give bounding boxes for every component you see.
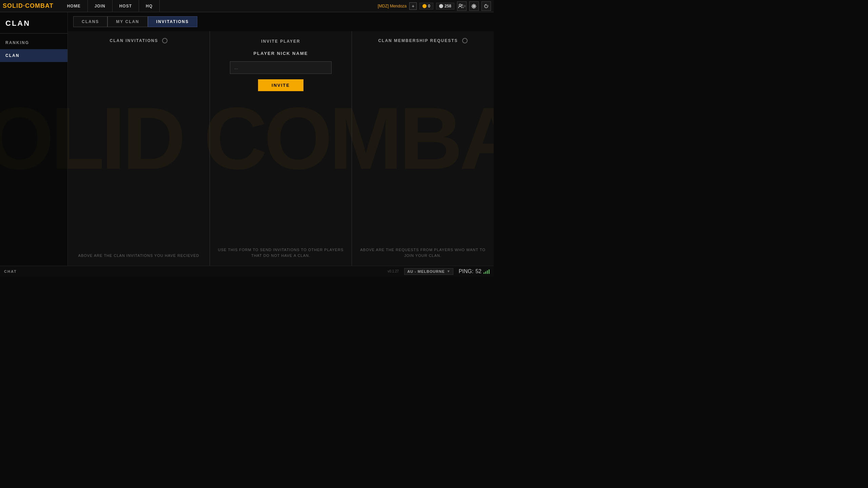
server-name: AU - MELBOURNE xyxy=(407,269,445,273)
tab-my-clan[interactable]: MY CLAN xyxy=(107,16,147,27)
tab-clans[interactable]: CLANS xyxy=(73,16,107,27)
tab-invitations[interactable]: INVITATIONS xyxy=(148,16,197,27)
chevron-down-icon: ▼ xyxy=(447,269,450,273)
player-nick-name-input[interactable] xyxy=(230,61,332,74)
clan-membership-description: ABOVE ARE THE REQUESTS FROM PLAYERS WHO … xyxy=(357,240,488,259)
silver-currency-box: 258 xyxy=(436,3,454,9)
clan-invitations-description: ABOVE ARE THE CLAN INVITATIONS YOU HAVE … xyxy=(78,246,199,259)
nav-host[interactable]: HOST xyxy=(113,0,139,12)
user-tag: [MDZ] xyxy=(378,4,389,8)
clan-invitations-spinner xyxy=(162,38,167,43)
server-select[interactable]: AU - MELBOURNE ▼ xyxy=(404,268,453,275)
ping-bars-icon xyxy=(484,269,490,274)
nav-right: [MDZ] Mendoza + 0 258 0 xyxy=(378,1,491,11)
gold-coin-icon xyxy=(422,4,427,8)
user-info: [MDZ] Mendoza xyxy=(378,4,407,8)
svg-point-1 xyxy=(461,4,463,6)
nav-items: HOME JOIN HOST HQ xyxy=(60,0,378,12)
ping-bar-2 xyxy=(485,271,486,274)
ping-bar-1 xyxy=(484,272,485,274)
statusbar-right: v0.1.27 AU - MELBOURNE ▼ PING: 52 xyxy=(388,268,490,275)
sidebar-title: CLAN xyxy=(0,19,67,34)
ping-display: PING: 52 xyxy=(459,268,490,274)
players-count: 0 xyxy=(464,4,466,8)
add-currency-button[interactable]: + xyxy=(409,2,417,10)
invite-button[interactable]: INVITE xyxy=(258,79,303,91)
ping-value: 52 xyxy=(475,268,481,274)
invite-columns: CLAN INVITATIONS ABOVE ARE THE CLAN INVI… xyxy=(68,31,494,266)
sidebar-item-clan[interactable]: CLAN xyxy=(0,49,67,62)
clan-membership-header: CLAN MEMBERSHIP REQUESTS xyxy=(378,38,458,43)
invite-player-header: INVITE PLAYER xyxy=(261,39,300,44)
ping-label: PING: xyxy=(459,268,474,274)
silver-amount: 258 xyxy=(445,4,451,8)
logo-second: COMBAT xyxy=(25,2,54,9)
invite-player-column: INVITE PLAYER PLAYER NICK NAME INVITE US… xyxy=(210,31,352,266)
logo-text: SOLID·COMBAT xyxy=(3,2,54,9)
logo-first: SOLID xyxy=(3,2,23,9)
content-area: CLANS MY CLAN INVITATIONS CLAN INVITATIO… xyxy=(68,12,494,266)
gold-currency-box: 0 xyxy=(419,3,433,9)
power-button[interactable] xyxy=(481,1,491,11)
topbar: SOLID·COMBAT HOME JOIN HOST HQ [MDZ] Men… xyxy=(0,0,494,12)
sidebar-item-ranking[interactable]: RANKING xyxy=(0,36,67,49)
main-content: CLAN RANKING CLAN CLANS MY CLAN INVITATI… xyxy=(0,12,494,266)
gold-amount: 0 xyxy=(428,4,430,8)
statusbar: CHAT v0.1.27 AU - MELBOURNE ▼ PING: 52 xyxy=(0,266,494,277)
player-nick-name-label: PLAYER NICK NAME xyxy=(254,51,308,56)
clan-membership-spinner xyxy=(462,38,468,43)
chat-button[interactable]: CHAT xyxy=(4,269,17,273)
players-button[interactable]: 0 xyxy=(457,1,467,11)
clan-membership-column: CLAN MEMBERSHIP REQUESTS ABOVE ARE THE R… xyxy=(352,31,494,266)
logo: SOLID·COMBAT xyxy=(3,2,54,9)
version-label: v0.1.27 xyxy=(388,269,399,273)
sidebar-menu: RANKING CLAN xyxy=(0,36,67,62)
silver-coin-icon xyxy=(439,4,443,8)
user-name: Mendoza xyxy=(390,4,407,8)
clan-invitations-header: CLAN INVITATIONS xyxy=(110,38,158,43)
invite-player-description: USE THIS FORM TO SEND INVITATIONS TO OTH… xyxy=(215,240,346,259)
nav-hq[interactable]: HQ xyxy=(139,0,160,12)
invite-player-form: PLAYER NICK NAME INVITE xyxy=(230,51,332,91)
settings-button[interactable] xyxy=(469,1,479,11)
nav-join[interactable]: JOIN xyxy=(88,0,113,12)
svg-point-0 xyxy=(459,4,461,6)
nav-home[interactable]: HOME xyxy=(60,0,88,12)
ping-bar-4 xyxy=(489,269,490,274)
sidebar: CLAN RANKING CLAN xyxy=(0,12,68,266)
ping-bar-3 xyxy=(487,270,488,274)
clan-invitations-column: CLAN INVITATIONS ABOVE ARE THE CLAN INVI… xyxy=(68,31,210,266)
tab-bar: CLANS MY CLAN INVITATIONS xyxy=(68,12,494,31)
